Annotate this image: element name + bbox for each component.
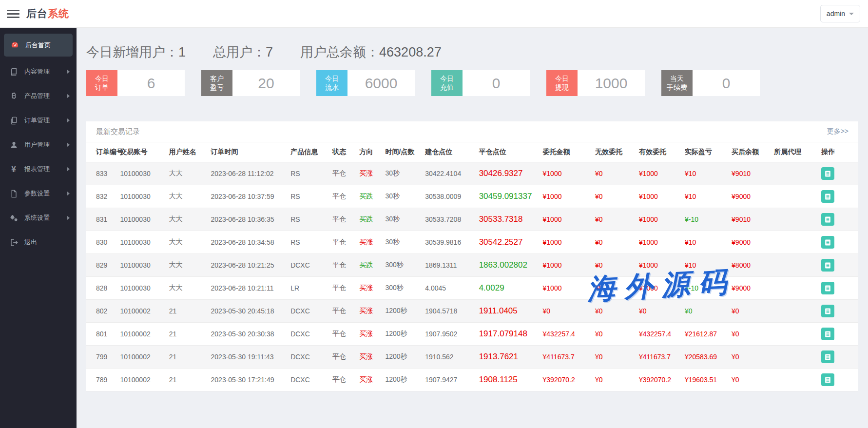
table-cell: 30539.9816 <box>423 231 477 254</box>
table-cell: 2023-05-30 20:30:38 <box>209 323 289 346</box>
sidebar-item-label: 内容管理 <box>24 67 67 76</box>
table-cell: ¥10 <box>683 162 730 185</box>
table-cell: ¥1000 <box>541 185 593 208</box>
chevron-right-icon <box>67 70 70 74</box>
sidebar-item-home[interactable]: 后台首页 <box>4 34 73 57</box>
table-cell: 21 <box>167 369 209 391</box>
table-cell: ¥-10 <box>683 277 730 300</box>
summary-value: 1 <box>178 45 186 59</box>
table-cell: 大大 <box>167 208 209 231</box>
table-cell: DCXC <box>289 346 330 369</box>
table-cell: ¥0 <box>593 300 637 323</box>
column-header: 买后余额 <box>730 142 772 162</box>
sidebar-item-order[interactable]: 订单管理 <box>0 108 77 133</box>
table-cell: 平仓 <box>330 162 357 185</box>
table-cell: 1908.1125 <box>477 369 541 391</box>
chevron-right-icon <box>67 192 70 195</box>
gears-icon <box>9 214 19 222</box>
sidebar-item-content[interactable]: 内容管理 <box>0 59 77 84</box>
admin-dropdown[interactable]: admin <box>820 5 860 22</box>
table-cell: 799 <box>86 346 118 369</box>
table-cell: ¥1000 <box>637 185 683 208</box>
table-cell: 10100030 <box>118 254 167 277</box>
table-row: 79910100002212023-05-30 19:11:43DCXC平仓买涨… <box>86 346 858 369</box>
table-cell: 30秒 <box>383 162 423 185</box>
table-cell: ¥9010 <box>730 208 772 231</box>
table-cell <box>772 300 819 323</box>
column-header: 订单编号 <box>86 142 118 162</box>
table-cell: ¥0 <box>541 300 593 323</box>
stat-card-customer-pnl: 客户盈亏20 <box>201 70 300 96</box>
sidebar-item-system[interactable]: 系统设置 <box>0 206 77 230</box>
table-cell: ¥432257.4 <box>637 323 683 346</box>
sidebar-item-logout[interactable]: 退出 <box>0 230 77 254</box>
sidebar-item-user[interactable]: 用户管理 <box>0 133 77 157</box>
table-cell: ¥392070.2 <box>541 369 593 391</box>
table-cell: 30422.4104 <box>423 162 477 185</box>
row-detail-button[interactable] <box>821 236 834 249</box>
stat-card-today-turnover: 今日流水6000 <box>316 70 415 96</box>
table-cell <box>772 346 819 369</box>
table-cell-actions <box>819 254 858 277</box>
table-cell: 1863.002802 <box>477 254 541 277</box>
sidebar-item-report[interactable]: ¥报表管理 <box>0 157 77 181</box>
table-cell: 21 <box>167 346 209 369</box>
sidebar-item-label: 参数设置 <box>24 189 67 198</box>
table-row: 78910100002212023-05-30 17:21:49DCXC平仓买涨… <box>86 369 858 391</box>
table-cell: 801 <box>86 323 118 346</box>
table-cell: ¥20583.69 <box>683 346 730 369</box>
row-detail-button[interactable] <box>821 328 834 340</box>
column-header: 实际盈亏 <box>683 142 730 162</box>
row-detail-button[interactable] <box>821 259 834 272</box>
more-link[interactable]: 更多>> <box>827 127 849 136</box>
stat-card-value: 6000 <box>347 70 415 96</box>
table-cell: 1200秒 <box>383 300 423 323</box>
table-row: 80110100002212023-05-30 20:30:38DCXC平仓买涨… <box>86 323 858 346</box>
table-cell: ¥0 <box>730 323 772 346</box>
table-cell: 大大 <box>167 254 209 277</box>
table-cell: 832 <box>86 185 118 208</box>
table-row: 83210100030大大2023-06-28 10:37:59RS平仓买跌30… <box>86 185 858 208</box>
top-bar: 后台系统 admin <box>0 0 868 28</box>
row-detail-button[interactable] <box>821 350 834 363</box>
row-detail-button[interactable] <box>821 373 834 386</box>
sidebar-item-product[interactable]: 产品管理 <box>0 84 77 108</box>
table-cell: 平仓 <box>330 346 357 369</box>
table-row: 83110100030大大2023-06-28 10:36:35RS平仓买跌30… <box>86 208 858 231</box>
table-cell-actions <box>819 185 858 208</box>
table-cell: 平仓 <box>330 277 357 300</box>
menu-toggle-icon[interactable] <box>7 8 19 20</box>
table-cell: 2023-05-30 19:11:43 <box>209 346 289 369</box>
row-detail-button[interactable] <box>821 167 834 180</box>
user-icon <box>9 140 19 149</box>
column-header: 平仓点位 <box>477 142 541 162</box>
table-cell: 2023-06-28 10:37:59 <box>209 185 289 208</box>
row-detail-button[interactable] <box>821 282 834 294</box>
table-cell: 平仓 <box>330 369 357 391</box>
stat-card-today-deposit: 今日充值0 <box>431 70 530 96</box>
table-cell: 1869.1311 <box>423 254 477 277</box>
table-cell-actions <box>819 231 858 254</box>
table-cell <box>772 162 819 185</box>
table-cell: ¥1000 <box>637 277 683 300</box>
table-cell <box>772 323 819 346</box>
row-detail-button[interactable] <box>821 213 834 226</box>
bitcoin-icon <box>9 92 19 100</box>
table-cell: 4.0029 <box>477 277 541 300</box>
stat-card-value: 20 <box>232 70 300 96</box>
sidebar-item-params[interactable]: 参数设置 <box>0 181 77 206</box>
table-cell: 大大 <box>167 277 209 300</box>
summary-stats: 今日新增用户：1总用户：7用户总余额：463208.27 <box>86 43 858 61</box>
table-cell: 平仓 <box>330 300 357 323</box>
stat-card-value: 0 <box>693 70 760 96</box>
stat-card-label: 客户盈亏 <box>201 70 232 96</box>
table-cell <box>772 208 819 231</box>
table-cell-actions <box>819 300 858 323</box>
table-cell: 平仓 <box>330 208 357 231</box>
table-cell: ¥411673.7 <box>637 346 683 369</box>
table-cell: 平仓 <box>330 323 357 346</box>
table-cell: 10100030 <box>118 185 167 208</box>
row-detail-button[interactable] <box>821 305 834 317</box>
row-detail-button[interactable] <box>821 190 834 203</box>
sidebar-item-label: 用户管理 <box>24 140 67 149</box>
